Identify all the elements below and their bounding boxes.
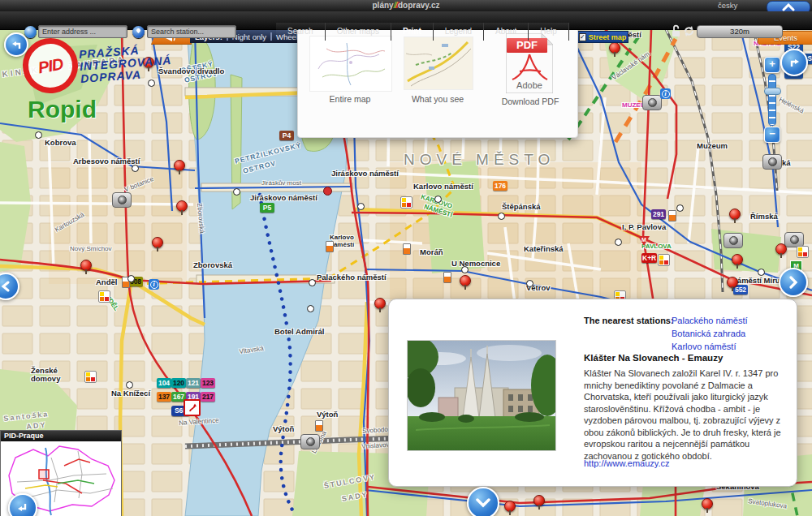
fuel-station-icon (315, 420, 323, 432)
station-link[interactable]: Palackého náměstí (672, 316, 748, 325)
map-pin-marker[interactable] (176, 200, 188, 212)
chevron-up-icon (782, 3, 795, 11)
station-marker (498, 213, 505, 220)
map-label: Moráň (420, 247, 443, 256)
webcam-icon[interactable] (112, 192, 132, 208)
traffic-info-icon[interactable] (658, 254, 670, 266)
station-marker (434, 196, 442, 203)
lock-icon[interactable] (671, 24, 681, 41)
street-map-label: Street map (589, 33, 627, 41)
map-pin-icon (132, 26, 145, 38)
webcam-icon[interactable] (300, 434, 320, 449)
map-label: NOVÉ MĚSTO (404, 151, 555, 169)
map-label: U Nemocnice (451, 259, 500, 268)
zoom-slider-track[interactable] (768, 74, 776, 126)
poi-website-link[interactable]: http://www.emauzy.cz (584, 458, 670, 468)
main-menu: Search Other maps Print Legend About Hel… (276, 23, 569, 41)
map-pin-marker[interactable] (504, 501, 516, 512)
map-pin-marker[interactable] (732, 254, 743, 265)
address-input[interactable] (38, 25, 127, 38)
ropid-logo: Ropid (28, 96, 97, 123)
station-link[interactable]: Botanická zahrada (672, 329, 745, 338)
station-info-popup: The nearest stations: Palackého náměstí … (388, 299, 797, 487)
app-window: KINSKÉHO ZAHRADADĚTSKÝOSTROVPETRŽILKOVSK… (0, 0, 812, 516)
webcam-icon[interactable] (642, 95, 662, 110)
site-logo: plány///dopravy.cz (0, 0, 812, 11)
night-only-label[interactable]: Night only (232, 32, 266, 41)
fuel-station-icon (443, 272, 451, 283)
nav-bottom-left-button[interactable] (8, 493, 37, 516)
minimap-title: PID-Praque (1, 431, 121, 441)
download-pdf-option[interactable]: Download PDF (490, 97, 571, 106)
map-label: Botel Admirál (274, 327, 324, 336)
wheelchair-checkbox[interactable] (270, 32, 272, 41)
station-marker (126, 381, 133, 389)
nav-top-right-button[interactable] (780, 49, 808, 76)
info-icon[interactable]: i (149, 279, 159, 290)
traffic-info-icon[interactable] (84, 371, 97, 383)
map-pin-marker[interactable] (727, 277, 738, 288)
map-label: Kobrova (45, 138, 76, 147)
menu-legend-button[interactable]: Legend (434, 23, 484, 41)
what-you-see-thumbnail[interactable] (404, 37, 473, 90)
entire-map-option[interactable]: Entire map (309, 94, 391, 104)
menu-about-button[interactable]: About (484, 23, 529, 41)
zoom-slider-handle[interactable] (764, 88, 781, 95)
street-map-checkbox[interactable]: ✓ (579, 33, 586, 41)
station-link[interactable]: Karlovo náměstí (672, 342, 736, 351)
map-pin-marker[interactable] (152, 237, 163, 248)
refresh-icon[interactable] (683, 24, 695, 41)
map-label: V botanice (123, 175, 154, 194)
traffic-info-icon[interactable] (98, 290, 110, 303)
menu-other-maps-button[interactable]: Other maps (326, 23, 391, 41)
route-badge: P5 (260, 203, 274, 213)
webcam-icon[interactable] (762, 154, 782, 170)
fuel-station-icon (403, 243, 411, 255)
what-you-see-option[interactable]: What you see (395, 94, 480, 104)
entire-map-thumbnail[interactable] (309, 36, 392, 92)
menu-search-button[interactable]: Search (276, 23, 326, 41)
map-label: Štěpánská (502, 202, 541, 211)
traffic-info-icon[interactable] (400, 196, 412, 209)
map-label: Výtoň (273, 424, 294, 433)
nav-right-button[interactable] (779, 268, 808, 297)
map-pin-marker[interactable] (702, 498, 713, 510)
station-marker (615, 239, 622, 246)
detour-sign-icon (184, 399, 201, 416)
station-marker (35, 131, 42, 139)
zoom-out-button[interactable]: − (764, 127, 780, 143)
map-scale-indicator: 320m (697, 25, 783, 38)
map-pin-marker[interactable] (609, 42, 620, 54)
language-switch[interactable]: česky (718, 0, 737, 11)
map-label: Na Knížecí (111, 389, 150, 398)
info-icon[interactable]: i (660, 88, 671, 99)
map-pin-marker[interactable] (460, 275, 471, 286)
map-pin-marker[interactable] (533, 495, 545, 506)
map-pin-marker[interactable] (80, 260, 92, 271)
zoom-in-button[interactable]: + (764, 57, 780, 73)
zoom-control: + − (764, 57, 780, 143)
map-label: Jiráskovo náměstí (331, 169, 399, 178)
menu-print-button[interactable]: Print (391, 23, 434, 41)
map-label: Václavské nám. (611, 49, 652, 82)
traffic-info-icon[interactable] (797, 246, 809, 258)
map-label: Muzeum (697, 141, 728, 150)
map-label: Zborovská (193, 260, 232, 269)
nav-top-left-button[interactable] (4, 32, 28, 57)
map-pin-marker[interactable] (729, 209, 741, 220)
route-badge: 104 (157, 378, 171, 388)
webcam-icon[interactable] (723, 233, 743, 248)
menu-help-button[interactable]: Help (529, 23, 569, 41)
map-label: domovy (31, 374, 60, 383)
pdf-icon[interactable]: PDF Adobe (506, 33, 553, 93)
station-search-input[interactable] (147, 25, 236, 38)
map-pin-marker[interactable] (174, 160, 185, 171)
map-pin-marker[interactable] (374, 298, 386, 309)
street-map-toggle[interactable]: ✓ Street map (577, 31, 628, 43)
station-marker (758, 269, 765, 276)
map-pin-marker[interactable] (775, 243, 787, 255)
station-marker (357, 203, 365, 210)
emauzy-photo (407, 340, 556, 451)
minimap-viewport-rect (39, 470, 49, 479)
nav-down-button[interactable] (467, 487, 499, 516)
